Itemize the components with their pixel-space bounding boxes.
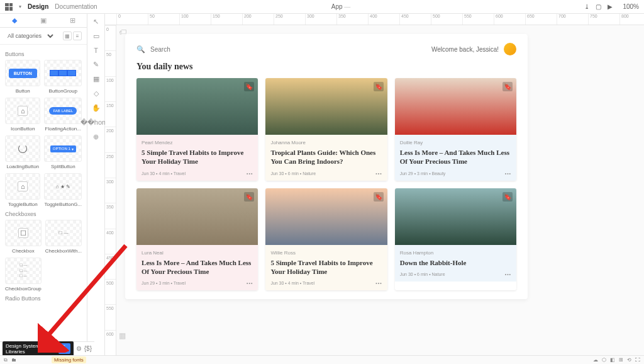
component-iconbutton[interactable]: ⌂ IconButton bbox=[5, 98, 40, 132]
article-card[interactable]: 🔖 Dollie Ray Less Is More – And Takes Mu… bbox=[395, 78, 516, 181]
section-checkboxes: Checkboxes bbox=[5, 211, 82, 217]
search-input[interactable] bbox=[150, 46, 426, 53]
library-status-icon[interactable]: 🖿 bbox=[11, 357, 16, 363]
more-icon[interactable]: ••• bbox=[247, 171, 253, 176]
bracket-icon[interactable]: {$} bbox=[84, 345, 92, 352]
component-button[interactable]: BUTTON Button bbox=[5, 60, 40, 94]
pen-tool-icon[interactable]: ✎ bbox=[93, 60, 99, 69]
zoom-value[interactable]: 100% bbox=[623, 3, 639, 10]
card-title: Tropical Plants Guide: Which Ones You Ca… bbox=[270, 148, 382, 166]
card-meta: Jun 30 • 4 min • Travel bbox=[270, 281, 314, 285]
component-checkbox[interactable]: ☐ Checkbox bbox=[5, 220, 42, 254]
search-icon: 🔍 bbox=[136, 45, 145, 54]
card-meta: Jun 30 • 6 min • Nature bbox=[400, 272, 445, 276]
component-tool-icon[interactable]: ◇ bbox=[94, 89, 99, 98]
card-title: Less Is More – And Takes Much Less Of Yo… bbox=[142, 258, 253, 276]
device-icon[interactable]: ▢ bbox=[596, 3, 601, 10]
more-icon[interactable]: ••• bbox=[247, 281, 253, 285]
frame-tool-icon[interactable]: ▭ bbox=[93, 32, 99, 40]
missing-fonts-badge[interactable]: Missing fonts bbox=[52, 356, 86, 363]
card-author: Pearl Mendez bbox=[142, 140, 253, 145]
component-togglebuttongroup[interactable]: ⌂ ★ ✎ ToggleButtonG... bbox=[44, 173, 82, 207]
more-icon[interactable]: ••• bbox=[505, 272, 511, 276]
status-icon-4[interactable]: ⊞ bbox=[619, 357, 623, 363]
component-buttongroup[interactable]: ButtonGroup bbox=[44, 60, 82, 94]
page-title: You daily news bbox=[136, 62, 516, 72]
tree-tab-icon[interactable]: ▣ bbox=[40, 16, 47, 25]
bookmark-outline-icon[interactable]: 🏷 bbox=[119, 28, 126, 37]
canvas-area: 0501001502002503003504004505005506006507… bbox=[105, 14, 644, 355]
image-tool-icon[interactable]: ▦ bbox=[93, 75, 99, 83]
bookmark-icon[interactable]: 🔖 bbox=[502, 192, 513, 202]
article-card[interactable]: 🔖 Lura Neal Less Is More – And Takes Muc… bbox=[136, 188, 258, 291]
card-title: 5 Simple Travel Habits to Improve Your H… bbox=[142, 148, 253, 166]
zoom-tool-icon[interactable]: ⊕ bbox=[93, 133, 99, 141]
card-author: Rosa Hampton bbox=[400, 250, 511, 256]
card-title: Down the Rabbit-Hole bbox=[400, 258, 511, 267]
article-card[interactable]: 🔖 Willie Ross 5 Simple Travel Habits to … bbox=[265, 188, 387, 291]
hand-tool-icon[interactable]: ✋ bbox=[92, 104, 101, 112]
component-fab[interactable]: FAB LABEL FloatingAction... bbox=[44, 98, 82, 132]
app-preview-frame[interactable]: 🔍 Welcome back, Jessica! You daily news … bbox=[125, 34, 528, 299]
card-author: Johanna Moore bbox=[270, 140, 382, 145]
card-author: Dollie Ray bbox=[400, 140, 511, 145]
design-system-libraries-button[interactable]: Design System Libraries ⌥ 2 bbox=[3, 341, 74, 356]
welcome-text: Welcome back, Jessica! bbox=[431, 46, 499, 53]
category-select[interactable]: All categories bbox=[5, 32, 55, 40]
app-menu-icon[interactable] bbox=[5, 3, 13, 11]
tab-design[interactable]: Design bbox=[28, 3, 48, 10]
article-card[interactable]: 🔖 Pearl Mendez 5 Simple Travel Habits to… bbox=[136, 78, 258, 181]
bookmark-icon[interactable]: 🔖 bbox=[374, 192, 384, 202]
more-icon[interactable]: ••• bbox=[375, 281, 382, 285]
bookmark-icon[interactable]: 🔖 bbox=[244, 82, 254, 91]
more-icon[interactable]: ••• bbox=[505, 171, 511, 176]
list-view-icon[interactable]: ≡ bbox=[73, 31, 82, 40]
document-title: App — bbox=[97, 3, 585, 10]
components-tab-icon[interactable]: ◆ bbox=[12, 16, 17, 25]
tool-strip: ↖ ▭ T ✎ ▦ ◇ ✋ ��home ⊕ bbox=[87, 14, 105, 355]
section-radio: Radio Buttons bbox=[5, 295, 82, 302]
article-card[interactable]: 🔖 Johanna Moore Tropical Plants Guide: W… bbox=[265, 78, 387, 181]
card-meta: Jun 30 • 4 min • Travel bbox=[142, 171, 186, 176]
card-meta: Jun 29 • 3 min • Beauty bbox=[400, 171, 446, 176]
horizontal-ruler: 0501001502002503003504004505005506006507… bbox=[105, 14, 644, 25]
layers-status-icon[interactable]: ⧉ bbox=[4, 357, 8, 363]
section-buttons: Buttons bbox=[5, 51, 82, 57]
card-meta: Jun 30 • 6 min • Nature bbox=[270, 171, 316, 176]
article-card[interactable]: 🔖 Rosa Hampton Down the Rabbit-Hole Jun … bbox=[395, 188, 516, 291]
text-tool-icon[interactable]: T bbox=[94, 47, 98, 54]
export-icon[interactable]: ⤓ bbox=[584, 3, 589, 10]
components-panel: ◆ ▣ ⊞ All categories ▦ ≡ Buttons BUTTON … bbox=[0, 14, 87, 355]
component-checkboxgroup[interactable]: ☐ —☐ —☐ — CheckboxGroup bbox=[5, 258, 42, 292]
card-author: Willie Ross bbox=[270, 250, 382, 256]
component-splitbutton[interactable]: OPTION 1▾ SplitButton bbox=[44, 135, 82, 169]
status-icon-2[interactable]: ⬡ bbox=[602, 357, 606, 363]
status-icon-3[interactable]: ◧ bbox=[610, 357, 615, 363]
grid-toggle-icon[interactable]: ▦ bbox=[119, 331, 126, 340]
bookmark-icon[interactable]: 🔖 bbox=[374, 82, 384, 91]
card-author: Lura Neal bbox=[142, 250, 253, 256]
status-bar: ⧉ 🖿 Missing fonts ☁ ⬡ ◧ ⊞ ⟲ ⛶ bbox=[0, 355, 644, 364]
cursor-tool-icon[interactable]: ↖ bbox=[93, 18, 99, 26]
component-loadingbutton[interactable]: LoadingButton bbox=[5, 135, 40, 169]
grid-view-icon[interactable]: ▦ bbox=[63, 31, 72, 40]
play-icon[interactable]: ▶ bbox=[608, 3, 613, 10]
avatar[interactable] bbox=[504, 43, 516, 55]
bookmark-icon[interactable]: 🔖 bbox=[502, 82, 513, 91]
status-icon-5[interactable]: ⟲ bbox=[627, 357, 631, 363]
bookmark-icon[interactable]: 🔖 bbox=[244, 192, 254, 202]
status-icon-6[interactable]: ⛶ bbox=[635, 357, 640, 363]
card-meta: Jun 29 • 3 min • Travel bbox=[142, 281, 186, 285]
component-checkboxwith[interactable]: ☐ — CheckboxWith... bbox=[45, 220, 82, 254]
gear-icon[interactable]: ⚙ bbox=[76, 345, 82, 352]
chevron-down-icon[interactable]: ▾ bbox=[19, 4, 21, 9]
status-icon-1[interactable]: ☁ bbox=[593, 357, 598, 363]
tab-documentation[interactable]: Documentation bbox=[55, 3, 97, 10]
more-icon[interactable]: ••• bbox=[375, 171, 382, 176]
assets-tab-icon[interactable]: ⊞ bbox=[70, 16, 75, 25]
vertical-ruler: 050100150200250300350400450500550600 bbox=[105, 25, 116, 355]
card-title: 5 Simple Travel Habits to Improve Your H… bbox=[270, 258, 382, 276]
top-bar: ▾ Design Documentation App — ⤓ ▢ ▶ 100% bbox=[0, 0, 644, 14]
component-togglebutton[interactable]: ⌂ ToggleButton bbox=[5, 173, 40, 207]
card-title: Less Is More – And Takes Much Less Of Yo… bbox=[400, 148, 511, 166]
